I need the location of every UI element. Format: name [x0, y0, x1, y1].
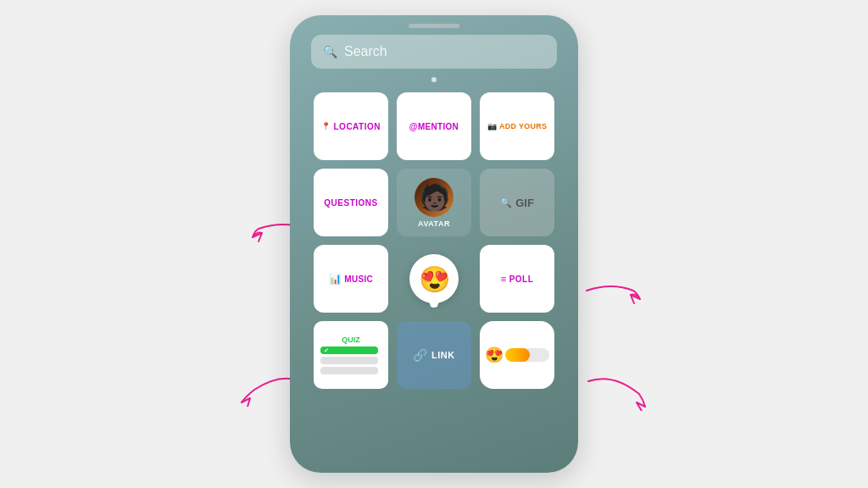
sticker-addyours[interactable]: 📷 ADD YOURS [480, 92, 554, 160]
sticker-questions[interactable]: QUESTIONS [314, 169, 388, 236]
arrow-poll-icon [582, 269, 646, 312]
camera-icon: 📷 [487, 122, 497, 130]
avatar-label: AVATAR [418, 219, 450, 228]
search-icon: 🔍 [323, 45, 337, 58]
sticker-mention[interactable]: @MENTION [397, 92, 471, 160]
location-pin-icon: 📍 [321, 122, 331, 130]
sticker-grid: 📍 LOCATION @MENTION 📷 ADD YOURS QUESTION… [305, 92, 563, 389]
sticker-music[interactable]: 📊 MUSIC [314, 245, 388, 313]
heart-eyes-emoji: 😍 [419, 264, 450, 294]
gif-search-icon: 🔍 [500, 197, 512, 208]
sticker-link[interactable]: 🔗 LINK [397, 321, 471, 389]
poll-label: POLL [509, 274, 534, 284]
location-label: LOCATION [334, 122, 381, 131]
sticker-emoji-slider[interactable]: 😍 [480, 321, 554, 389]
quiz-title-label: QUIZ [342, 336, 360, 344]
sticker-location[interactable]: 📍 LOCATION [314, 92, 388, 160]
music-bars-icon: 📊 [329, 273, 342, 285]
poll-lines-icon: ≡ [501, 274, 507, 284]
quiz-empty-bar-1 [320, 357, 378, 364]
phone-notch [409, 24, 459, 28]
quiz-empty-bar-2 [320, 367, 378, 374]
dot-indicator [431, 77, 437, 82]
quiz-progress-bar: ✓ [320, 347, 378, 354]
gif-label: GIF [515, 197, 534, 209]
slider-emoji-icon: 😍 [485, 346, 504, 364]
sticker-gif[interactable]: 🔍 GIF [480, 169, 554, 236]
link-chain-icon: 🔗 [413, 348, 428, 362]
sticker-poll[interactable]: ≡ POLL [480, 245, 554, 313]
phone-container: 🔍 Search 📍 LOCATION @MENTION 📷 ADD YOURS… [290, 15, 578, 473]
avatar-image: 🧑🏿 [415, 178, 453, 217]
addyours-label: ADD YOURS [499, 122, 548, 130]
sticker-emoji-reaction[interactable]: 😍 [409, 254, 459, 303]
mention-label: @MENTION [409, 122, 459, 131]
sticker-avatar[interactable]: 🧑🏿 AVATAR [397, 169, 471, 236]
music-label: MUSIC [344, 274, 373, 284]
search-placeholder: Search [344, 44, 387, 59]
link-label: LINK [431, 350, 455, 360]
emoji-slider-track [505, 348, 549, 362]
arrow-emoji-slider-icon [584, 364, 652, 411]
page-wrapper: 🔍 Search 📍 LOCATION @MENTION 📷 ADD YOURS… [0, 0, 868, 488]
sticker-quiz[interactable]: QUIZ ✓ [314, 321, 388, 389]
questions-label: QUESTIONS [324, 198, 377, 208]
search-bar[interactable]: 🔍 Search [311, 35, 557, 69]
